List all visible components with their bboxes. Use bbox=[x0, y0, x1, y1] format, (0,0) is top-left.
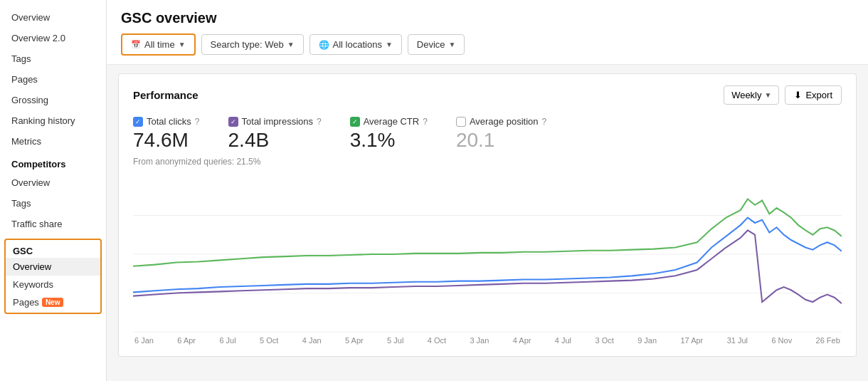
avg-position-checkbox[interactable] bbox=[456, 117, 466, 127]
main-content: GSC overview 📅 All time ▼ Search type: W… bbox=[107, 0, 868, 381]
metric-total-impressions: ✓ Total impressions ? 2.4B bbox=[228, 116, 322, 152]
sidebar-item-gsc-keywords[interactable]: Keywords bbox=[6, 276, 100, 293]
gsc-group: GSC Overview Keywords Pages New bbox=[4, 239, 102, 314]
avg-ctr-checkbox[interactable]: ✓ bbox=[350, 117, 360, 127]
new-badge: New bbox=[42, 298, 64, 307]
avg-ctr-value: 3.1% bbox=[350, 128, 428, 152]
sidebar-item-tags[interactable]: Tags bbox=[0, 48, 106, 69]
sidebar-item-metrics[interactable]: Metrics bbox=[0, 131, 106, 152]
sidebar-top-items: Overview Overview 2.0 Tags Pages Grossin… bbox=[0, 7, 106, 152]
sidebar-item-overview2[interactable]: Overview 2.0 bbox=[0, 28, 106, 48]
dropdown-arrow-icon: ▼ bbox=[449, 41, 456, 48]
performance-section: Performance Weekly ▼ ⬇ Export ✓ Total cl… bbox=[118, 73, 857, 357]
x-label-12: 9 Jan bbox=[637, 336, 657, 345]
device-button[interactable]: Device ▼ bbox=[408, 34, 465, 55]
sidebar-item-comp-overview[interactable]: Overview bbox=[0, 172, 106, 193]
sidebar-item-overview[interactable]: Overview bbox=[0, 7, 106, 28]
weekly-label: Weekly bbox=[731, 90, 761, 100]
performance-header: Performance Weekly ▼ ⬇ Export bbox=[133, 85, 842, 105]
device-label: Device bbox=[417, 39, 445, 50]
all-locations-label: All locations bbox=[333, 39, 382, 50]
avg-position-help-icon: ? bbox=[541, 117, 546, 127]
sidebar-item-grossing[interactable]: Grossing bbox=[0, 90, 106, 110]
gsc-section-label: GSC bbox=[6, 241, 100, 258]
x-label-0: 6 Jan bbox=[134, 336, 154, 345]
total-clicks-label: Total clicks bbox=[147, 116, 191, 127]
x-label-6: 5 Jul bbox=[387, 336, 403, 345]
x-label-16: 26 Feb bbox=[816, 336, 840, 345]
chart-container bbox=[133, 177, 842, 333]
x-label-5: 5 Apr bbox=[345, 336, 364, 345]
sidebar-item-gsc-overview[interactable]: Overview bbox=[6, 258, 100, 276]
x-label-9: 4 Apr bbox=[513, 336, 531, 345]
globe-icon: 🌐 bbox=[319, 40, 329, 50]
search-type-label: Search type: Web bbox=[211, 39, 284, 50]
avg-ctr-label: Average CTR bbox=[364, 116, 420, 127]
sidebar-item-gsc-pages[interactable]: Pages New bbox=[6, 293, 100, 311]
avg-position-label: Average position bbox=[470, 116, 539, 127]
anonymized-note: From anonymized queries: 21.5% bbox=[133, 157, 842, 167]
sidebar-item-comp-tags[interactable]: Tags bbox=[0, 193, 106, 214]
x-label-3: 5 Oct bbox=[260, 336, 278, 345]
total-clicks-checkbox[interactable]: ✓ bbox=[133, 117, 143, 127]
total-impressions-label: Total impressions bbox=[242, 116, 313, 127]
metric-total-clicks: ✓ Total clicks ? 74.6M bbox=[133, 116, 200, 152]
sidebar: Overview Overview 2.0 Tags Pages Grossin… bbox=[0, 0, 107, 381]
total-impressions-checkbox[interactable]: ✓ bbox=[228, 117, 238, 127]
page-header: GSC overview 📅 All time ▼ Search type: W… bbox=[107, 0, 868, 65]
x-label-4: 4 Jan bbox=[302, 336, 322, 345]
export-button[interactable]: ⬇ Export bbox=[785, 85, 842, 105]
sidebar-item-pages[interactable]: Pages bbox=[0, 69, 106, 90]
x-label-8: 3 Jan bbox=[470, 336, 489, 345]
sidebar-item-ranking-history[interactable]: Ranking history bbox=[0, 110, 106, 131]
sidebar-item-traffic-share[interactable]: Traffic share bbox=[0, 214, 106, 234]
x-label-2: 6 Jul bbox=[219, 336, 235, 345]
x-label-1: 6 Apr bbox=[177, 336, 196, 345]
performance-title: Performance bbox=[133, 89, 199, 101]
dropdown-arrow-icon: ▼ bbox=[179, 41, 186, 48]
dropdown-arrow-icon: ▼ bbox=[765, 91, 772, 99]
x-label-7: 4 Oct bbox=[428, 336, 446, 345]
x-label-14: 31 Jul bbox=[727, 336, 748, 345]
all-locations-button[interactable]: 🌐 All locations ▼ bbox=[309, 34, 402, 55]
performance-chart bbox=[133, 177, 842, 333]
total-impressions-value: 2.4B bbox=[228, 128, 322, 152]
avg-position-value: 20.1 bbox=[456, 128, 546, 152]
page-title: GSC overview bbox=[121, 10, 854, 26]
x-label-15: 6 Nov bbox=[771, 336, 792, 345]
weekly-button[interactable]: Weekly ▼ bbox=[724, 85, 779, 105]
performance-actions: Weekly ▼ ⬇ Export bbox=[724, 85, 842, 105]
metric-avg-position: Average position ? 20.1 bbox=[456, 116, 546, 152]
competitors-section-label: Competitors bbox=[0, 152, 106, 172]
dropdown-arrow-icon: ▼ bbox=[287, 41, 295, 48]
avg-ctr-help-icon: ? bbox=[423, 117, 428, 127]
x-label-10: 4 Jul bbox=[555, 336, 571, 345]
search-type-button[interactable]: Search type: Web ▼ bbox=[201, 34, 304, 55]
total-clicks-help-icon: ? bbox=[195, 117, 200, 127]
all-time-button[interactable]: 📅 All time ▼ bbox=[121, 33, 196, 56]
total-impressions-help-icon: ? bbox=[317, 117, 322, 127]
export-label: Export bbox=[805, 90, 832, 100]
dropdown-arrow-icon: ▼ bbox=[386, 41, 393, 48]
toolbar: 📅 All time ▼ Search type: Web ▼ 🌐 All lo… bbox=[121, 33, 854, 57]
total-clicks-value: 74.6M bbox=[133, 128, 200, 152]
x-axis-labels: 6 Jan 6 Apr 6 Jul 5 Oct 4 Jan 5 Apr 5 Ju… bbox=[133, 333, 842, 345]
metric-avg-ctr: ✓ Average CTR ? 3.1% bbox=[350, 116, 428, 152]
x-label-13: 17 Apr bbox=[680, 336, 703, 345]
x-label-11: 3 Oct bbox=[595, 336, 613, 345]
competitors-items: Overview Tags Traffic share bbox=[0, 172, 106, 234]
metrics-row: ✓ Total clicks ? 74.6M ✓ Total impressio… bbox=[133, 116, 842, 152]
calendar-icon: 📅 bbox=[131, 40, 141, 49]
all-time-label: All time bbox=[144, 39, 175, 50]
export-icon: ⬇ bbox=[794, 90, 802, 100]
